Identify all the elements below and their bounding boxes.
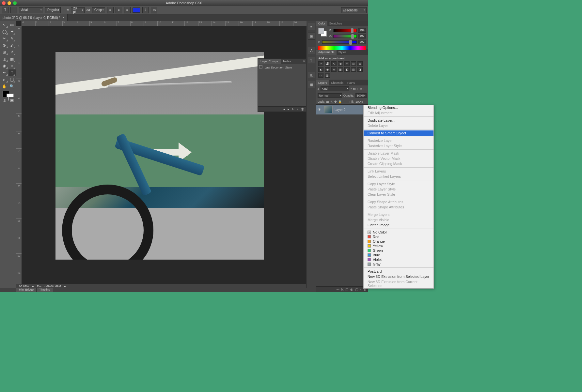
- update-comp-icon[interactable]: ↻: [292, 107, 294, 111]
- channels-tab[interactable]: Channels: [329, 80, 345, 85]
- context-menu-item[interactable]: Flatten Image: [364, 222, 433, 228]
- layer-filter-kind[interactable]: Kind: [321, 86, 350, 91]
- close-window-button[interactable]: [2, 1, 6, 5]
- color-balance-adj-icon[interactable]: ⚖: [357, 61, 363, 66]
- lock-all-icon[interactable]: 🔒: [338, 100, 342, 103]
- context-menu-color-item[interactable]: ×No Color: [364, 230, 433, 234]
- filter-type-icon[interactable]: T: [357, 87, 359, 90]
- minimize-window-button[interactable]: [8, 1, 11, 5]
- layer-context-menu[interactable]: Blending Options...Edit Adjustment...Dup…: [363, 105, 434, 289]
- brush-panel-icon[interactable]: ◫: [308, 71, 315, 78]
- timeline-tab[interactable]: Timeline: [37, 288, 53, 292]
- invert-adj-icon[interactable]: ◧: [344, 67, 350, 72]
- context-menu-item[interactable]: Duplicate Layer...: [364, 118, 433, 123]
- new-layer-icon[interactable]: ▫: [360, 288, 361, 291]
- link-layers-icon[interactable]: ⚯: [337, 288, 339, 291]
- dodge-tool[interactable]: ○: [8, 63, 16, 69]
- r-slider[interactable]: [333, 29, 357, 32]
- gradient-tool[interactable]: ▦: [8, 56, 16, 62]
- crop-tool[interactable]: ✂: [1, 35, 8, 42]
- collapse-panel-icon[interactable]: »: [302, 59, 306, 64]
- opacity-value[interactable]: 100%: [355, 93, 367, 98]
- context-menu-item[interactable]: New 3D Extrusion from Selected Layer: [364, 274, 433, 279]
- threshold-adj-icon[interactable]: ◨: [357, 67, 363, 72]
- magic-wand-tool[interactable]: ✦: [8, 28, 16, 35]
- posterize-adj-icon[interactable]: ▤: [351, 67, 356, 72]
- screen-mode-button[interactable]: ▣: [8, 97, 16, 103]
- quick-mask-button[interactable]: ◫: [1, 97, 8, 103]
- layer-thumbnail[interactable]: [324, 106, 333, 113]
- doc-size-arrow-icon[interactable]: ▸: [64, 285, 66, 288]
- color-tab[interactable]: Color: [316, 21, 327, 26]
- layer-mask-icon[interactable]: ◫: [345, 288, 348, 291]
- document-tab[interactable]: photo.JPG @ 66.7% (Layer 0, RGB/8) * ×: [0, 14, 68, 21]
- font-family-dropdown[interactable]: Arial: [19, 7, 43, 13]
- anti-alias-dropdown[interactable]: Crisp: [92, 7, 105, 13]
- brightness-adj-icon[interactable]: ☀: [318, 61, 323, 66]
- lock-pixels-icon[interactable]: ✎: [330, 100, 333, 103]
- hue-adj-icon[interactable]: ◫: [351, 61, 356, 66]
- context-menu-color-item[interactable]: Red: [364, 234, 433, 239]
- canvas-area[interactable]: 01234567891011121314151617181920 0123456…: [16, 21, 307, 288]
- context-menu-color-item[interactable]: Blue: [364, 253, 433, 257]
- document-canvas[interactable]: [55, 52, 264, 260]
- bw-adj-icon[interactable]: ◐: [318, 67, 323, 72]
- curves-adj-icon[interactable]: ∿: [331, 61, 337, 66]
- adjustments-tab[interactable]: Adjustments: [316, 50, 337, 55]
- paragraph-styles-icon[interactable]: ¶: [308, 57, 315, 64]
- type-tool[interactable]: T: [8, 69, 16, 76]
- layer-visibility-icon[interactable]: 👁: [318, 108, 322, 112]
- paths-tab[interactable]: Paths: [345, 80, 357, 85]
- warp-text-button[interactable]: ⌇: [142, 7, 149, 13]
- selective-color-adj-icon[interactable]: ▥: [325, 73, 330, 78]
- history-brush-tool[interactable]: ↺: [8, 49, 16, 55]
- text-orientation-toggle[interactable]: ⊥: [10, 7, 17, 13]
- swatches-tab[interactable]: Swatches: [327, 21, 344, 26]
- color-spectrum[interactable]: [318, 46, 366, 50]
- artboard-tool[interactable]: ▭: [8, 22, 16, 28]
- new-comp-icon[interactable]: ▫: [297, 107, 298, 111]
- r-value[interactable]: 194: [358, 28, 366, 33]
- font-style-dropdown[interactable]: Regular: [45, 7, 61, 13]
- b-slider[interactable]: [322, 40, 357, 44]
- history-panel-icon[interactable]: ≡: [308, 23, 315, 30]
- vibrance-adj-icon[interactable]: ▽: [344, 61, 350, 66]
- shape-tool[interactable]: ◯: [8, 76, 16, 83]
- lasso-tool[interactable]: ◯: [1, 28, 8, 35]
- close-tab-icon[interactable]: ×: [63, 16, 64, 19]
- align-center-button[interactable]: ≡: [116, 7, 122, 13]
- lock-position-icon[interactable]: ✥: [334, 100, 337, 103]
- filter-adj-icon[interactable]: ◐: [353, 87, 356, 90]
- fill-value[interactable]: 100%: [355, 100, 367, 103]
- blend-mode-dropdown[interactable]: Normal: [318, 93, 342, 98]
- mini-bridge-tab[interactable]: Mini Bridge: [16, 288, 37, 292]
- brush-presets-icon[interactable]: ▦: [308, 81, 315, 88]
- type-tool-icon[interactable]: T: [2, 7, 8, 13]
- workspace-switcher[interactable]: Essentials: [341, 7, 367, 13]
- context-menu-color-item[interactable]: Orange: [364, 239, 433, 244]
- context-menu-color-item[interactable]: Violet: [364, 257, 433, 262]
- context-menu-item[interactable]: Blending Options...: [364, 105, 433, 110]
- layer-group-icon[interactable]: ▢: [355, 288, 358, 291]
- text-color-swatch[interactable]: [133, 8, 140, 13]
- healing-brush-tool[interactable]: ⊛: [1, 42, 8, 49]
- g-value[interactable]: 197: [358, 34, 366, 38]
- hand-tool[interactable]: ✋: [1, 83, 8, 90]
- delete-comp-icon[interactable]: 🗑: [301, 107, 304, 111]
- layers-tab[interactable]: Layers: [316, 80, 329, 85]
- eraser-tool[interactable]: ◫: [1, 56, 8, 62]
- levels-adj-icon[interactable]: ▟: [325, 61, 330, 66]
- g-slider[interactable]: [333, 35, 357, 38]
- adjustment-layer-icon[interactable]: ◐: [350, 288, 353, 291]
- move-tool[interactable]: ↖: [1, 22, 8, 28]
- color-lookup-adj-icon[interactable]: ▦: [338, 67, 343, 72]
- paragraph-panel-icon[interactable]: A: [308, 47, 315, 54]
- next-comp-icon[interactable]: ▸: [288, 107, 289, 111]
- styles-tab[interactable]: Styles: [337, 50, 349, 55]
- filter-pixel-icon[interactable]: ▫: [351, 87, 352, 90]
- context-menu-item[interactable]: Postcard: [364, 269, 433, 274]
- photo-filter-adj-icon[interactable]: ◉: [325, 67, 330, 72]
- align-left-button[interactable]: ≡: [107, 7, 114, 13]
- align-right-button[interactable]: ≡: [124, 7, 131, 13]
- color-panel-swatches[interactable]: [318, 28, 327, 37]
